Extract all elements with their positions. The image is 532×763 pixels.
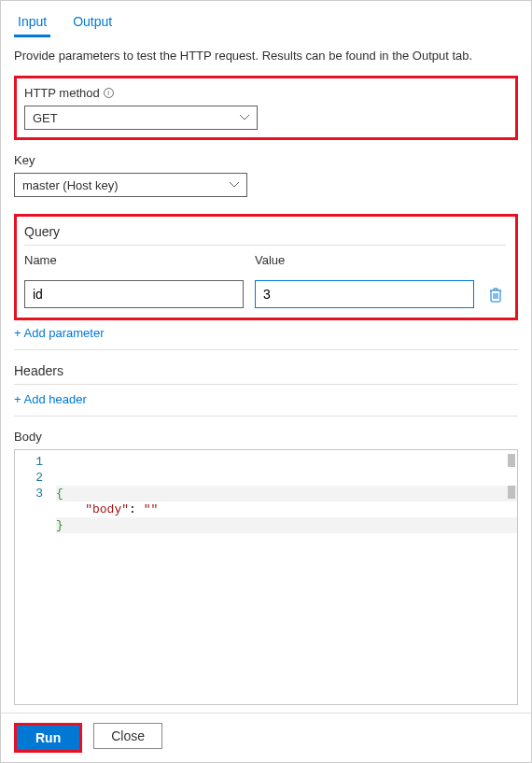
- http-method-section: HTTP method i GET: [24, 86, 508, 130]
- query-highlight: Query Name Value: [14, 214, 518, 320]
- key-value: master (Host key): [22, 178, 119, 192]
- divider: [14, 349, 518, 350]
- footer: Run Close: [1, 713, 531, 762]
- http-method-value: GET: [33, 111, 58, 125]
- body-editor[interactable]: 1 2 3 { "body": "" }: [14, 449, 518, 705]
- line-number: 2: [19, 470, 43, 486]
- close-button[interactable]: Close: [93, 723, 162, 749]
- divider: [14, 416, 518, 417]
- add-header-link[interactable]: + Add header: [14, 392, 87, 406]
- tab-output[interactable]: Output: [69, 8, 116, 37]
- chevron-down-icon: [230, 182, 239, 188]
- http-method-label: HTTP method i: [24, 86, 508, 100]
- key-section: Key master (Host key): [14, 153, 518, 197]
- query-name-input[interactable]: [24, 280, 244, 308]
- body-title: Body: [14, 430, 518, 444]
- code-brace: }: [56, 518, 63, 532]
- http-method-highlight: HTTP method i GET: [14, 76, 518, 140]
- query-row: Name Value: [24, 253, 506, 308]
- key-select[interactable]: master (Host key): [14, 173, 247, 197]
- tabs-bar: Input Output: [14, 8, 518, 37]
- code-key: "body": [85, 502, 129, 516]
- line-gutter: 1 2 3: [15, 450, 56, 704]
- line-number: 1: [19, 454, 43, 470]
- scroll-indicator: [508, 486, 515, 499]
- headers-title: Headers: [14, 363, 518, 385]
- query-title: Query: [24, 224, 506, 246]
- code-colon: :: [129, 502, 144, 516]
- code-area[interactable]: { "body": "" }: [56, 450, 517, 704]
- query-value-label: Value: [255, 253, 474, 267]
- query-value-input[interactable]: [255, 280, 474, 308]
- http-method-select[interactable]: GET: [24, 106, 258, 130]
- chevron-down-icon: [240, 115, 249, 120]
- info-icon[interactable]: i: [104, 88, 114, 98]
- add-parameter-link[interactable]: + Add parameter: [14, 326, 104, 340]
- run-button[interactable]: Run: [14, 723, 82, 753]
- code-brace: {: [56, 487, 63, 501]
- query-delete-col: [485, 288, 506, 308]
- description-text: Provide parameters to test the HTTP requ…: [14, 49, 518, 63]
- trash-icon[interactable]: [489, 288, 502, 303]
- tab-input[interactable]: Input: [14, 8, 50, 37]
- key-label: Key: [14, 153, 518, 167]
- query-name-col: Name: [24, 253, 244, 308]
- http-method-label-text: HTTP method: [24, 86, 100, 100]
- scroll-indicator: [508, 454, 515, 467]
- query-value-col: Value: [255, 253, 474, 308]
- line-number: 3: [19, 486, 43, 502]
- code-value: "": [144, 502, 159, 516]
- query-name-label: Name: [24, 253, 244, 267]
